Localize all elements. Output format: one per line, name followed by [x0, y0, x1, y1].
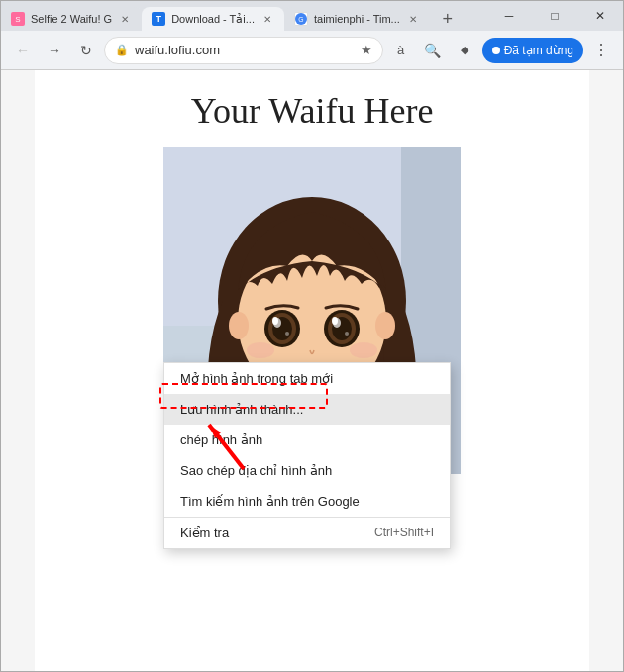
page-content: Your Waifu Here: [1, 70, 623, 671]
context-menu-open-tab[interactable]: Mở hình ảnh trong tab mới: [164, 363, 450, 394]
tab-3-close[interactable]: ✕: [406, 12, 420, 26]
tab-2[interactable]: T Download - Tải... ✕: [142, 7, 284, 31]
paused-dot: [492, 47, 500, 54]
svg-point-16: [272, 317, 278, 325]
tab-2-label: Download - Tải...: [171, 13, 255, 26]
translate-icon[interactable]: à: [387, 37, 415, 64]
context-menu-copy-address[interactable]: Sao chép địa chỉ hình ảnh: [164, 455, 450, 486]
page-title: Your Waifu Here: [191, 90, 434, 132]
reload-button[interactable]: ↻: [72, 37, 100, 64]
context-menu-copy-image[interactable]: chép hình ảnh: [164, 425, 450, 455]
window-controls: ─ □ ✕: [486, 1, 623, 31]
title-bar: S Selfie 2 Waifu! G ✕ T Download - Tải..…: [1, 1, 623, 31]
tab-1-close[interactable]: ✕: [118, 12, 132, 26]
minimize-button[interactable]: ─: [486, 1, 532, 31]
close-button[interactable]: ✕: [577, 1, 623, 31]
lock-icon: 🔒: [115, 44, 129, 56]
svg-point-15: [285, 332, 289, 336]
forward-button[interactable]: →: [41, 37, 68, 64]
tab-3-label: taimienphi - Tim...: [314, 13, 400, 25]
address-text: waifu.lofiu.com: [135, 43, 355, 57]
context-menu: Mở hình ảnh trong tab mới Lưu hình ảnh t…: [163, 362, 451, 549]
extensions-icon[interactable]: ◆: [451, 37, 478, 64]
address-bar[interactable]: 🔒 waifu.lofiu.com ★: [104, 37, 383, 64]
context-menu-save-image[interactable]: Lưu hình ảnh thành...: [164, 394, 450, 425]
new-tab-button[interactable]: +: [434, 7, 462, 31]
svg-text:G: G: [298, 16, 303, 23]
tab-2-close[interactable]: ✕: [260, 12, 274, 26]
back-button[interactable]: ←: [9, 37, 37, 64]
context-menu-inspect[interactable]: Kiểm tra Ctrl+Shift+I: [164, 517, 450, 548]
browser-window: S Selfie 2 Waifu! G ✕ T Download - Tải..…: [0, 0, 624, 672]
tab-3-favicon: G: [294, 12, 308, 26]
toolbar: ← → ↻ 🔒 waifu.lofiu.com ★ à 🔍 ◆ Đã tạm d…: [1, 31, 623, 70]
maximize-button[interactable]: □: [532, 1, 577, 31]
tab-2-favicon: T: [152, 12, 165, 26]
svg-point-10: [375, 312, 395, 339]
paused-button[interactable]: Đã tạm dừng: [482, 38, 583, 63]
inspect-label: Kiểm tra: [180, 526, 229, 540]
svg-point-22: [332, 317, 338, 325]
context-menu-search-google[interactable]: Tìm kiếm hình ảnh trên Google: [164, 486, 450, 517]
page-inner: Your Waifu Here: [35, 70, 589, 671]
paused-label: Đã tạm dừng: [504, 44, 573, 57]
search-icon[interactable]: 🔍: [419, 37, 447, 64]
bookmark-icon[interactable]: ★: [361, 43, 372, 57]
svg-point-24: [350, 342, 377, 358]
tab-3[interactable]: G taimienphi - Tim... ✕: [284, 7, 430, 31]
tab-1-label: Selfie 2 Waifu! G: [31, 13, 112, 25]
tab-1[interactable]: S Selfie 2 Waifu! G ✕: [1, 7, 142, 31]
inspect-shortcut: Ctrl+Shift+I: [374, 526, 434, 539]
svg-point-9: [229, 312, 249, 339]
tab-1-favicon: S: [11, 12, 25, 26]
svg-point-23: [247, 342, 274, 358]
browser-menu-button[interactable]: ⋮: [587, 37, 615, 64]
svg-point-21: [345, 332, 349, 336]
